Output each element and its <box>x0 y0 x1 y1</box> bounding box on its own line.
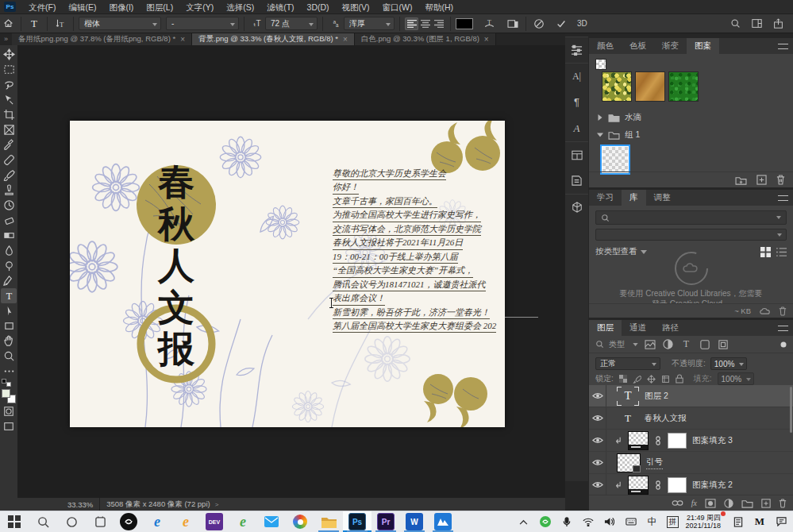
tray-expand-icon[interactable] <box>517 515 531 529</box>
taskbar-app-dark-icon[interactable] <box>114 511 143 532</box>
adjustment-layer-icon[interactable] <box>724 499 733 508</box>
menu-item-8[interactable]: 视图(V) <box>336 0 376 14</box>
panel-menu-icon[interactable] <box>778 195 788 201</box>
menu-item-9[interactable]: 窗口(W) <box>376 0 419 14</box>
more-tool[interactable] <box>1 364 17 379</box>
text-orientation-icon[interactable]: T <box>52 17 68 31</box>
font-style-select[interactable]: - <box>166 17 239 30</box>
filter-toggle-icon[interactable] <box>780 341 787 348</box>
menu-item-2[interactable]: 图像(I) <box>102 0 140 14</box>
ime-language-indicator[interactable]: 中 <box>645 515 660 529</box>
delete-pattern-icon[interactable] <box>776 175 785 185</box>
pattern-thumb-wood[interactable] <box>635 71 665 102</box>
pattern-group-水滴[interactable]: 水滴 <box>589 110 793 125</box>
menu-item-3[interactable]: 图层(L) <box>140 0 179 14</box>
library-select[interactable] <box>595 229 787 241</box>
new-layer-icon[interactable] <box>761 499 771 508</box>
3d-button[interactable]: 3D <box>577 19 587 28</box>
type-tool[interactable]: T <box>1 288 17 303</box>
tray-green-icon[interactable] <box>538 515 552 529</box>
layer-visibility-toggle[interactable] <box>589 430 606 451</box>
hand-tool[interactable] <box>1 333 17 349</box>
pen-tool[interactable] <box>1 273 17 288</box>
menu-item-5[interactable]: 选择(S) <box>220 0 260 14</box>
layer-visibility-toggle[interactable] <box>589 452 606 473</box>
layer-row-春秋人文报[interactable]: T春秋人文报 <box>589 407 793 430</box>
taskbar-dev-icon[interactable]: DEV <box>200 511 229 532</box>
eraser-tool[interactable] <box>1 213 17 228</box>
link-layers-icon[interactable] <box>672 499 683 507</box>
layer-row-图案填充 3[interactable]: 图案填充 3 <box>589 430 793 452</box>
3d-panel-icon[interactable] <box>565 194 588 220</box>
filter-type-dropdown[interactable]: 类型 <box>609 339 638 350</box>
layer-row-引号[interactable]: 引号 <box>589 452 793 474</box>
layer-effects-icon[interactable]: fx <box>691 499 697 507</box>
letter-text-layer[interactable]: 尊敬的北京大学历史系学生会你好！文章千古事，家国百年心。为推动全国高校大学生进行… <box>333 167 505 333</box>
search-icon[interactable] <box>730 18 741 29</box>
filter-smart-object-icon[interactable] <box>716 338 729 351</box>
character-panel-icon[interactable]: A| <box>565 63 588 89</box>
taskbar-clock[interactable]: 21:49 周四2021/11/18 <box>686 514 724 530</box>
layer-row-图案填充 2[interactable]: 图案填充 2 <box>589 474 793 495</box>
layer-visibility-toggle[interactable] <box>589 407 606 429</box>
tray-m-icon[interactable]: M <box>753 515 767 529</box>
tool-preset-icon[interactable]: T <box>26 17 42 31</box>
lock-position-icon[interactable] <box>647 375 656 384</box>
tab-overflow-icon[interactable]: » <box>0 33 12 45</box>
document-tab-1[interactable]: 背景.png @ 33.3% (春秋人文报, RGB/8) *× <box>192 33 355 45</box>
ime-mode-indicator[interactable]: 拼 <box>667 516 679 528</box>
new-pattern-icon[interactable] <box>756 175 767 185</box>
align-right-button[interactable] <box>432 17 445 30</box>
status-chevron-icon[interactable]: > <box>215 501 219 508</box>
paragraph-panel-icon[interactable]: ¶ <box>565 89 588 115</box>
pattern-fill-thumbnail[interactable] <box>628 431 649 450</box>
taskbar-search-icon[interactable] <box>29 511 57 532</box>
blur-tool[interactable] <box>1 243 17 258</box>
tray-network-icon[interactable] <box>581 515 595 529</box>
opacity-select[interactable]: 100% <box>710 357 747 370</box>
lock-transparency-icon[interactable] <box>619 375 627 383</box>
tab-close-icon[interactable]: × <box>343 35 348 44</box>
taskbar-ie-icon[interactable]: e <box>143 511 171 532</box>
tray-chat-icon[interactable] <box>774 515 788 529</box>
taskbar-premiere-icon[interactable]: Pr <box>371 511 400 532</box>
libraries-tab-库[interactable]: 库 <box>622 190 646 206</box>
libraries-tab-调整[interactable]: 调整 <box>646 190 679 206</box>
menu-item-10[interactable]: 帮助(H) <box>419 0 460 14</box>
notes-panel-icon[interactable] <box>565 168 588 194</box>
cloud-sync-icon[interactable] <box>759 306 771 315</box>
menu-item-4[interactable]: 文字(Y) <box>179 0 220 14</box>
layer-row-图层 2[interactable]: T图层 2 <box>589 385 793 407</box>
patterns-tab-颜色[interactable]: 颜色 <box>589 38 622 54</box>
align-center-button[interactable] <box>418 17 432 30</box>
info-panel-icon[interactable] <box>565 141 588 168</box>
menu-item-6[interactable]: 滤镜(T) <box>260 0 300 14</box>
anti-alias-select[interactable]: 浑厚 <box>344 17 395 30</box>
layer-name[interactable]: 图层 2 <box>645 391 668 402</box>
layer-visibility-toggle[interactable] <box>589 474 606 495</box>
object-select-tool[interactable] <box>1 92 17 107</box>
workspace-icon[interactable] <box>752 18 762 29</box>
newspaper-masthead-title[interactable]: 春秋人文报 <box>150 162 202 371</box>
home-icon[interactable] <box>0 17 16 31</box>
grid-view-icon[interactable] <box>760 247 771 257</box>
font-family-select[interactable]: 楷体 <box>79 17 161 30</box>
layers-tab-通道[interactable]: 通道 <box>622 320 654 336</box>
taskbar-ie-green-icon[interactable]: e <box>229 511 257 532</box>
delete-library-icon[interactable] <box>779 306 787 316</box>
brush-tool[interactable] <box>1 168 17 183</box>
layer-visibility-toggle[interactable] <box>589 385 606 407</box>
gradient-tool[interactable] <box>1 228 17 243</box>
zoom-tool[interactable] <box>1 349 17 364</box>
filter-type-layers-icon[interactable]: T <box>679 338 693 351</box>
quick-mask-icon[interactable] <box>1 403 17 418</box>
properties-panel-icon[interactable] <box>565 37 588 63</box>
view-by-type-dropdown[interactable]: 按类型查看 <box>595 246 637 257</box>
pattern-thumb-grass[interactable] <box>668 71 699 102</box>
lock-artboard-icon[interactable] <box>661 375 670 384</box>
document-tab-0[interactable]: 备用纸png.png @ 37.8% (备用纸png, RGB/8) *× <box>12 33 192 45</box>
heal-tool[interactable] <box>1 152 17 168</box>
filter-adjustment-icon[interactable] <box>661 338 675 351</box>
new-group-icon[interactable] <box>741 499 753 508</box>
pattern-swatch-small[interactable] <box>595 59 606 70</box>
